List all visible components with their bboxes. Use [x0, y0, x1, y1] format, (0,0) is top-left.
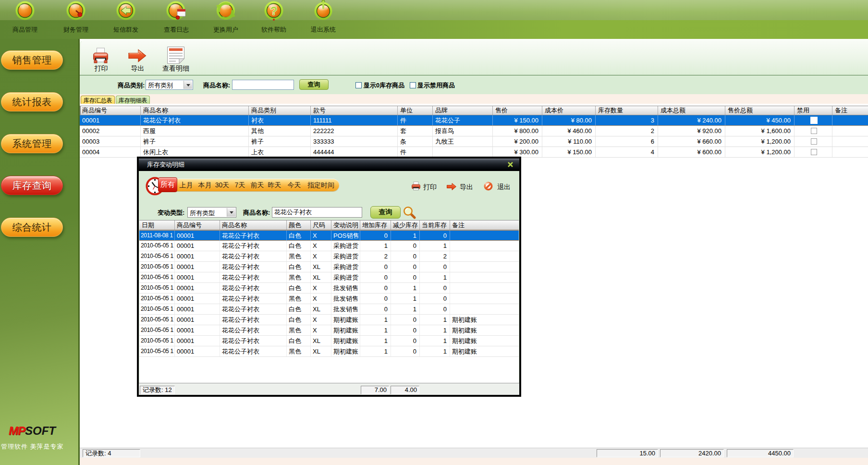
svg-text:?: ?	[270, 4, 278, 17]
